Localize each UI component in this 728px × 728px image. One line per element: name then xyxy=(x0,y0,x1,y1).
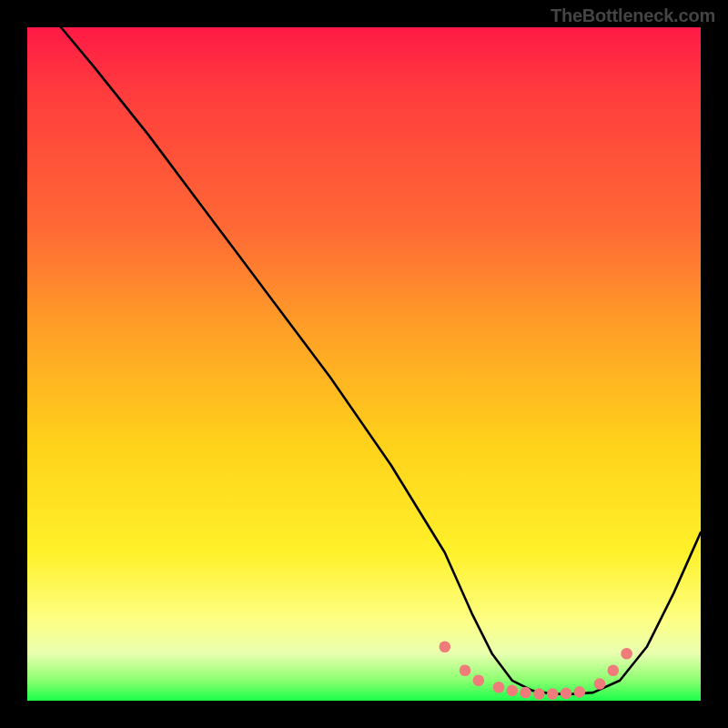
trough-dot xyxy=(473,675,485,687)
trough-dots-group xyxy=(440,642,632,700)
chart-svg xyxy=(27,27,701,701)
trough-dot xyxy=(460,664,471,676)
trough-dot xyxy=(621,648,632,660)
trough-dot xyxy=(561,688,572,700)
watermark-text: TheBottleneck.com xyxy=(551,5,715,26)
trough-dot xyxy=(520,687,531,699)
plot-area xyxy=(27,27,701,701)
trough-dot xyxy=(608,664,620,676)
trough-dot xyxy=(574,686,586,698)
trough-dot xyxy=(533,688,545,700)
trough-dot xyxy=(440,642,451,653)
trough-dot xyxy=(547,688,559,700)
trough-dot xyxy=(493,682,505,693)
curve-line xyxy=(61,27,701,694)
chart-frame: TheBottleneck.com xyxy=(0,0,728,728)
trough-dot xyxy=(507,685,519,697)
trough-dot xyxy=(594,678,606,690)
